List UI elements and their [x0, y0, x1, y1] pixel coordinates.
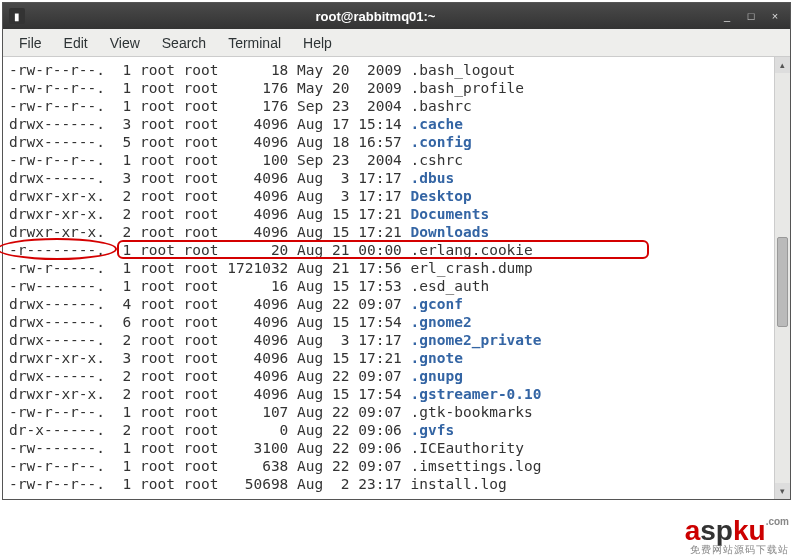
file-name: .gtk-bookmarks — [411, 404, 533, 420]
close-button[interactable]: × — [766, 9, 784, 23]
file-row[interactable]: drwx------. 3 root root 4096 Aug 17 15:1… — [9, 115, 768, 133]
file-name: .gvfs — [411, 422, 455, 438]
titlebar[interactable]: ▮ root@rabbitmq01:~ _ □ × — [3, 3, 790, 29]
file-row[interactable]: -rw-r--r--. 1 root root 50698 Aug 2 23:1… — [9, 475, 768, 493]
file-row[interactable]: -rw-r--r--. 1 root root 18 May 20 2009 .… — [9, 61, 768, 79]
file-name: Documents — [411, 206, 490, 222]
terminal-window: ▮ root@rabbitmq01:~ _ □ × File Edit View… — [2, 2, 791, 500]
file-row[interactable]: -rw-r--r--. 1 root root 107 Aug 22 09:07… — [9, 403, 768, 421]
file-row[interactable]: -rw-r--r--. 1 root root 638 Aug 22 09:07… — [9, 457, 768, 475]
scroll-thumb[interactable] — [777, 237, 788, 327]
menu-view[interactable]: View — [100, 31, 150, 55]
scroll-down-button[interactable]: ▾ — [775, 483, 790, 499]
file-row[interactable]: -r--------. 1 root root 20 Aug 21 00:00 … — [9, 241, 768, 259]
file-row[interactable]: drwxr-xr-x. 2 root root 4096 Aug 15 17:2… — [9, 205, 768, 223]
file-row[interactable]: drwx------. 5 root root 4096 Aug 18 16:5… — [9, 133, 768, 151]
scroll-up-button[interactable]: ▴ — [775, 57, 790, 73]
file-row[interactable]: -rw-------. 1 root root 16 Aug 15 17:53 … — [9, 277, 768, 295]
file-row[interactable]: drwx------. 2 root root 4096 Aug 3 17:17… — [9, 331, 768, 349]
file-row[interactable]: drwx------. 6 root root 4096 Aug 15 17:5… — [9, 313, 768, 331]
menubar: File Edit View Search Terminal Help — [3, 29, 790, 57]
minimize-button[interactable]: _ — [718, 9, 736, 23]
menu-edit[interactable]: Edit — [54, 31, 98, 55]
file-row[interactable]: drwxr-xr-x. 2 root root 4096 Aug 3 17:17… — [9, 187, 768, 205]
file-row[interactable]: -rw-r-----. 1 root root 1721032 Aug 21 1… — [9, 259, 768, 277]
file-name: .gconf — [411, 296, 463, 312]
file-row[interactable]: drwx------. 2 root root 4096 Aug 22 09:0… — [9, 367, 768, 385]
menu-help[interactable]: Help — [293, 31, 342, 55]
terminal-body: -rw-r--r--. 1 root root 18 May 20 2009 .… — [3, 57, 790, 499]
file-name: .gnote — [411, 350, 463, 366]
file-row[interactable]: -rw-r--r--. 1 root root 176 May 20 2009 … — [9, 79, 768, 97]
file-name: .esd_auth — [411, 278, 490, 294]
file-row[interactable]: drwx------. 4 root root 4096 Aug 22 09:0… — [9, 295, 768, 313]
file-row[interactable]: drwxr-xr-x. 2 root root 4096 Aug 15 17:5… — [9, 385, 768, 403]
watermark-subtitle: 免费网站源码下载站 — [685, 545, 789, 555]
file-name: .dbus — [411, 170, 455, 186]
file-name: .gnome2 — [411, 314, 472, 330]
watermark-logo: aspku.com — [685, 517, 789, 545]
menu-search[interactable]: Search — [152, 31, 216, 55]
window-controls: _ □ × — [718, 9, 784, 23]
file-name: .config — [411, 134, 472, 150]
file-name: .gstreamer-0.10 — [411, 386, 542, 402]
file-name: .cshrc — [411, 152, 463, 168]
watermark: aspku.com 免费网站源码下载站 — [685, 517, 789, 555]
maximize-button[interactable]: □ — [742, 9, 760, 23]
file-row[interactable]: -rw-r--r--. 1 root root 176 Sep 23 2004 … — [9, 97, 768, 115]
window-title: root@rabbitmq01:~ — [33, 9, 718, 24]
file-name: .ICEauthority — [411, 440, 525, 456]
file-name: .cache — [411, 116, 463, 132]
file-name: install.log — [411, 476, 507, 492]
file-name: .bash_profile — [411, 80, 525, 96]
file-name: .bash_logout — [411, 62, 516, 78]
file-name: Downloads — [411, 224, 490, 240]
file-row[interactable]: drwxr-xr-x. 2 root root 4096 Aug 15 17:2… — [9, 223, 768, 241]
file-row[interactable]: -rw-r--r--. 1 root root 100 Sep 23 2004 … — [9, 151, 768, 169]
file-name: .gnupg — [411, 368, 463, 384]
file-name: .bashrc — [411, 98, 472, 114]
scrollbar[interactable]: ▴ ▾ — [774, 57, 790, 499]
file-row[interactable]: drwx------. 3 root root 4096 Aug 3 17:17… — [9, 169, 768, 187]
menu-terminal[interactable]: Terminal — [218, 31, 291, 55]
terminal-output[interactable]: -rw-r--r--. 1 root root 18 May 20 2009 .… — [3, 57, 774, 499]
file-name: .erlang.cookie — [411, 242, 533, 258]
file-row[interactable]: drwxr-xr-x. 3 root root 4096 Aug 15 17:2… — [9, 349, 768, 367]
app-icon: ▮ — [9, 8, 25, 24]
menu-file[interactable]: File — [9, 31, 52, 55]
file-name: Desktop — [411, 188, 472, 204]
file-name: .gnome2_private — [411, 332, 542, 348]
file-row[interactable]: -rw-------. 1 root root 3100 Aug 22 09:0… — [9, 439, 768, 457]
file-row[interactable]: dr-x------. 2 root root 0 Aug 22 09:06 .… — [9, 421, 768, 439]
file-name: erl_crash.dump — [411, 260, 533, 276]
file-name: .imsettings.log — [411, 458, 542, 474]
